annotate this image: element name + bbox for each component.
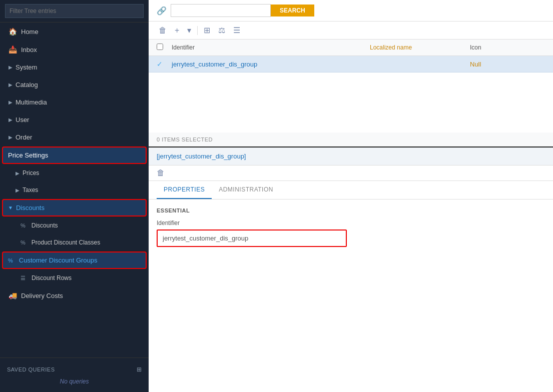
list-button[interactable]: ☰ xyxy=(231,24,242,36)
sidebar-nav: 🏠 Home 📥 Inbox ▶ System ▶ Catalog ▶ Mult… xyxy=(0,22,149,358)
sidebar-item-discounts-sub[interactable]: % Discounts xyxy=(0,217,149,234)
table-empty-area xyxy=(149,72,553,132)
sidebar-item-home[interactable]: 🏠 Home xyxy=(0,22,149,40)
sidebar-item-order[interactable]: ▶ Order xyxy=(0,128,149,146)
sidebar-item-multimedia[interactable]: ▶ Multimedia xyxy=(0,94,149,111)
table-row[interactable]: ✓ jerrytest_customer_dis_group Null xyxy=(149,56,553,72)
sidebar-item-catalog[interactable]: ▶ Catalog xyxy=(0,76,149,94)
detail-header: [jerrytest_customer_dis_group] xyxy=(149,148,553,166)
check-icon: ✓ xyxy=(157,60,163,68)
identifier-field[interactable] xyxy=(157,230,347,247)
sidebar-item-delivery-costs[interactable]: 🚚 Delivery Costs xyxy=(0,286,149,304)
row-identifier: jerrytest_customer_dis_group xyxy=(172,60,370,68)
percent-icon: % xyxy=(21,240,26,246)
detail-panel: [jerrytest_customer_dis_group] 🗑 PROPERT… xyxy=(149,148,553,392)
sidebar-item-prices[interactable]: ▶ Prices xyxy=(0,164,149,182)
main-toolbar: 🗑 + ▾ ⊞ ⚖ ☰ xyxy=(149,22,553,40)
percent-icon: % xyxy=(21,222,26,228)
rows-icon: ☰ xyxy=(21,275,26,282)
data-table: Identifier Localized name Icon ✓ jerryte… xyxy=(149,40,553,148)
detail-tabs: PROPERTIES ADMINISTRATION xyxy=(149,181,553,200)
sidebar-item-taxes[interactable]: ▶ Taxes xyxy=(0,182,149,198)
add-button[interactable]: + xyxy=(173,25,181,36)
balance-button[interactable]: ⚖ xyxy=(216,24,227,36)
chevron-down-icon: ▼ xyxy=(8,205,13,210)
row-check: ✓ xyxy=(157,60,172,68)
saved-queries-header: SAVED QUERIES ⊞ xyxy=(7,363,142,376)
delete-button[interactable]: 🗑 xyxy=(157,25,169,36)
sidebar-item-discounts-parent[interactable]: ▼ Discounts xyxy=(2,199,147,216)
chevron-right-icon: ▶ xyxy=(9,82,13,88)
chevron-right-icon: ▶ xyxy=(9,134,13,140)
toolbar-divider xyxy=(197,26,198,35)
sidebar-item-user[interactable]: ▶ User xyxy=(0,111,149,128)
dropdown-button[interactable]: ▾ xyxy=(185,24,193,36)
chevron-right-icon: ▶ xyxy=(16,170,20,176)
sidebar-filter-area xyxy=(0,0,149,22)
globe-icon: 🔗 xyxy=(157,6,167,16)
chevron-right-icon: ▶ xyxy=(16,188,20,193)
select-all-col xyxy=(157,44,172,52)
filter-icon[interactable]: ⊞ xyxy=(137,366,142,373)
tab-administration[interactable]: ADMINISTRATION xyxy=(212,181,280,199)
delivery-icon: 🚚 xyxy=(9,292,17,300)
icon-header: Icon xyxy=(470,44,545,51)
search-button[interactable]: SEARCH xyxy=(271,4,314,16)
table-header-row: Identifier Localized name Icon xyxy=(149,40,553,56)
identifier-header: Identifier xyxy=(172,44,370,51)
row-icon: Null xyxy=(470,60,545,68)
tab-properties[interactable]: PROPERTIES xyxy=(157,181,212,199)
items-selected-label: 0 ITEMS SELECTED xyxy=(149,132,553,148)
filter-tree-input[interactable] xyxy=(5,4,144,18)
top-search-bar: 🔗 SEARCH xyxy=(149,0,553,22)
search-input[interactable] xyxy=(171,4,271,17)
saved-queries-section: SAVED QUERIES ⊞ No queries xyxy=(0,358,149,392)
sidebar-item-price-settings[interactable]: Price Settings xyxy=(2,146,147,164)
percent-icon: % xyxy=(8,258,13,264)
localized-name-header: Localized name xyxy=(370,44,470,51)
section-essential: ESSENTIAL xyxy=(157,208,545,214)
chevron-right-icon: ▶ xyxy=(9,64,13,70)
detail-delete-button[interactable]: 🗑 xyxy=(157,168,165,178)
identifier-label: Identifier xyxy=(157,220,545,226)
sidebar-item-product-discount-classes[interactable]: % Product Discount Classes xyxy=(0,234,149,251)
sidebar-item-inbox[interactable]: 📥 Inbox xyxy=(0,40,149,58)
select-all-checkbox[interactable] xyxy=(157,44,163,50)
grid-button[interactable]: ⊞ xyxy=(202,24,212,36)
sidebar-item-system[interactable]: ▶ System xyxy=(0,58,149,76)
no-queries-label: No queries xyxy=(7,376,142,387)
chevron-right-icon: ▶ xyxy=(9,117,13,122)
sidebar-item-discount-rows[interactable]: ☰ Discount Rows xyxy=(0,270,149,286)
chevron-right-icon: ▶ xyxy=(9,100,13,105)
main-content: 🔗 SEARCH 🗑 + ▾ ⊞ ⚖ ☰ Identifier Localize… xyxy=(149,0,553,392)
inbox-icon: 📥 xyxy=(9,46,17,54)
home-icon: 🏠 xyxy=(9,28,17,36)
sidebar-item-customer-discount-groups[interactable]: % Customer Discount Groups xyxy=(2,252,147,269)
detail-content: ESSENTIAL Identifier xyxy=(149,200,553,255)
detail-toolbar: 🗑 xyxy=(149,166,553,181)
sidebar: 🏠 Home 📥 Inbox ▶ System ▶ Catalog ▶ Mult… xyxy=(0,0,149,392)
